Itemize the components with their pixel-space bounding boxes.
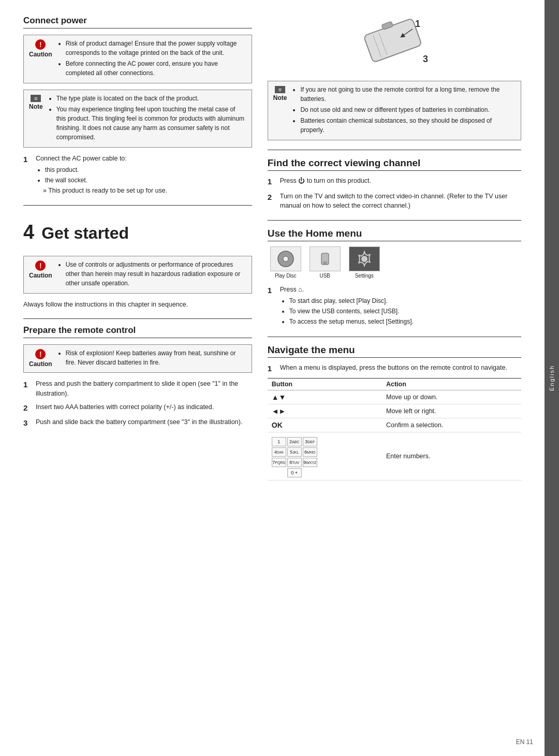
step-number: 1 [23, 379, 32, 399]
step-item: 1 Press and push the battery compartment… [23, 379, 252, 399]
caution-icon: ! [35, 39, 46, 50]
caution-label: Caution [29, 272, 52, 279]
step-item: 2 Insert two AAA batteries with correct … [23, 402, 252, 414]
chapter-caution-box: ! Caution Use of controls or adjustments… [23, 256, 252, 294]
chapter-intro: Always follow the instructions in this c… [23, 300, 252, 310]
battery-illustration-area: 1 3 [268, 16, 521, 77]
caution-label: Caution [29, 360, 52, 368]
note-list: The type plate is located on the back of… [47, 94, 246, 142]
step-number: 3 [23, 417, 32, 429]
caution-item: Risk of product damage! Ensure that the … [66, 39, 246, 57]
sub-bullets: To start disc play, select [Play Disc]. … [280, 296, 414, 326]
note-icon: ≡ [31, 95, 41, 102]
section-title-connect-power: Connect power [23, 16, 252, 28]
chapter-title: Get started [41, 224, 129, 243]
note-content: The type plate is located on the back of… [47, 94, 246, 143]
note-item: You may experience tingling feel upon to… [56, 105, 246, 142]
caution-item: Risk of explosion! Keep batteries away f… [66, 348, 246, 367]
note-box-connect-power: ≡ Note The type plate is located on the … [23, 90, 252, 148]
caution-item: Use of controls or adjustments or perfor… [66, 260, 246, 288]
divider [23, 318, 252, 319]
caution-box-connect-power: ! Caution Risk of product damage! Ensure… [23, 35, 252, 83]
step-text: Insert two AAA batteries with correct po… [36, 402, 214, 414]
section-title-home-menu: Use the Home menu [268, 228, 521, 241]
step-item: 1 Press ⏻ to turn on this product. [268, 176, 521, 188]
numpad-key: 4GHI [272, 447, 286, 457]
home-menu-item-usb: USB [307, 246, 343, 279]
table-row: OK Confirm a selection. [268, 418, 521, 432]
step-item: 3 Push and slide back the battery compar… [23, 417, 252, 429]
divider [268, 337, 521, 337]
remote-steps: 1 Press and push the battery compartment… [23, 379, 252, 429]
numpad-key: 2ABC [287, 437, 302, 446]
step-text: Press and push the battery compartment t… [36, 379, 252, 399]
numpad-key: 0 + [287, 468, 302, 477]
caution-item: Before connecting the AC power cord, ens… [66, 59, 246, 78]
left-column: Connect power ! Caution Risk of product … [23, 16, 262, 740]
chapter-number: 4 [23, 221, 34, 243]
table-cell-button: OK [268, 418, 382, 432]
table-cell-action: Move left or right. [382, 404, 521, 418]
home-menu-label-play-disc: Play Disc [275, 273, 297, 279]
numpad-key: 7PQRS [272, 458, 286, 467]
step-item: 2 Turn on the TV and switch to the corre… [268, 192, 521, 211]
step-text: Press ⌂. [280, 286, 304, 293]
remote-caution-box: ! Caution Risk of explosion! Keep batter… [23, 344, 252, 373]
caution-content: Use of controls or adjustments or perfor… [56, 260, 246, 289]
caution-icon: ! [35, 260, 46, 271]
navigate-table: Button Action ▲▼ Move up or down. ◄► Mov… [268, 378, 521, 481]
table-cell-button: ◄► [268, 404, 382, 418]
step-item: 1 Press ⌂. To start disc play, select [P… [268, 285, 521, 327]
sub-arrows: This product is ready to be set up for u… [36, 186, 167, 196]
table-header-action: Action [382, 379, 521, 390]
step-number: 2 [23, 402, 32, 414]
numpad-key: 3DEF [303, 437, 317, 446]
svg-point-11 [361, 256, 367, 262]
numpad-key: 6MNO [303, 447, 317, 457]
numpad-key: 8TUV [287, 458, 302, 467]
step-number: 1 [268, 285, 276, 327]
step-number: 1 [268, 176, 276, 188]
svg-point-8 [283, 256, 288, 261]
caution-list: Use of controls or adjustments or perfor… [56, 260, 246, 288]
svg-rect-10 [323, 261, 327, 264]
step-number: 1 [268, 363, 276, 375]
step-number: 2 [268, 192, 276, 211]
battery-svg: 1 3 [343, 16, 446, 75]
caution-label: Caution [29, 51, 52, 58]
table-row: 1 2ABC 3DEF 4GHI 5JKL 6MNO 7PQRS 8TUV 9W… [268, 432, 521, 481]
note-icon: ≡ [275, 86, 285, 93]
svg-text:1: 1 [415, 19, 420, 29]
divider [23, 205, 252, 206]
note-label: Note [273, 94, 287, 101]
note-label: Note [29, 103, 43, 110]
table-header-button: Button [268, 379, 382, 390]
step-content: Connect the AC power cable to: this prod… [36, 154, 167, 196]
sidebar-label: English [549, 365, 555, 391]
step-item: 1 Connect the AC power cable to: this pr… [23, 154, 252, 196]
note-item: Do not use old and new or different type… [300, 105, 516, 114]
divider [268, 150, 521, 150]
numpad-key: 9WXYZ [303, 458, 317, 467]
home-menu-icon-settings [349, 246, 380, 271]
home-menu-label-settings: Settings [355, 273, 374, 279]
step-number: 1 [23, 154, 32, 196]
table-cell-button: ▲▼ [268, 390, 382, 404]
numpad-key: 5JKL [287, 447, 302, 457]
step-text: Turn on the TV and switch to the correct… [280, 192, 521, 211]
note-item: Batteries contain chemical substances, s… [300, 116, 516, 135]
caution-content: Risk of explosion! Keep batteries away f… [56, 348, 246, 369]
section-title-find-channel: Find the correct viewing channel [268, 157, 521, 171]
find-channel-steps: 1 Press ⏻ to turn on this product. 2 Tur… [268, 176, 521, 211]
note-box-batteries: ≡ Note If you are not going to use the r… [268, 81, 521, 140]
caution-list: Risk of product damage! Ensure that the … [56, 39, 246, 78]
table-cell-action: Confirm a selection. [382, 418, 521, 432]
table-row: ▲▼ Move up or down. [268, 390, 521, 404]
step-content: Press ⌂. To start disc play, select [Pla… [280, 285, 414, 327]
table-cell-action: Enter numbers. [382, 432, 521, 481]
note-item: If you are not going to use the remote c… [300, 85, 516, 104]
note-content: If you are not going to use the remote c… [291, 85, 516, 136]
home-menu-item-play-disc: Play Disc [268, 246, 304, 279]
note-item: The type plate is located on the back of… [56, 94, 246, 103]
sidebar-tab: English [545, 0, 559, 756]
